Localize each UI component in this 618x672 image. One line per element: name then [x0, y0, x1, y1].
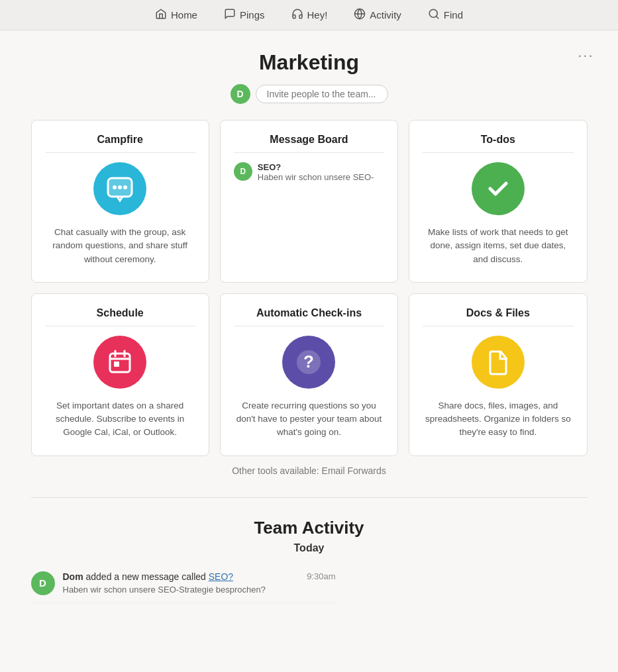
activity-body: Dom added a new message called SEO? Habe… [63, 571, 299, 596]
todos-icon-circle [472, 162, 525, 215]
card-checkins-divider [234, 326, 384, 326]
other-tools-text: Other tools available: Email Forwards [31, 465, 588, 476]
card-message-board[interactable]: Message Board D SEO? Haben wir schon uns… [220, 120, 398, 283]
card-schedule-divider [45, 326, 195, 326]
card-message-board-title: Message Board [234, 134, 384, 146]
schedule-icon-wrap [93, 336, 146, 389]
nav-activity-label: Activity [370, 9, 401, 21]
nav-hey-label: Hey! [307, 9, 328, 21]
card-docs[interactable]: Docs & Files Share docs, files, images, … [409, 293, 587, 456]
activity-action: Dom added a new message called SEO? [63, 571, 299, 582]
team-activity-section: Team Activity Today D Dom added a new me… [31, 497, 588, 603]
card-todos-title: To-dos [423, 134, 573, 146]
nav-find[interactable]: Find [425, 8, 466, 23]
nav-home-label: Home [171, 9, 197, 21]
card-schedule-title: Schedule [45, 307, 195, 319]
cards-grid: Campfire Chat casually with the group, a… [31, 120, 588, 456]
nav-hey[interactable]: Hey! [289, 8, 331, 23]
card-docs-desc: Share docs, files, images, and spreadshe… [423, 399, 573, 440]
card-message-board-divider [234, 152, 384, 153]
activity-snippet: Haben wir schon unsere SEO-Strategie bes… [63, 584, 299, 596]
nav-find-label: Find [444, 9, 463, 21]
card-campfire-divider [45, 152, 195, 153]
svg-point-8 [123, 185, 127, 189]
activity-item: D Dom added a new message called SEO? Ha… [31, 565, 336, 603]
card-checkins[interactable]: Automatic Check-ins ? Create recurring q… [220, 293, 398, 456]
campfire-icon-circle [93, 162, 146, 215]
card-checkins-title: Automatic Check-ins [234, 307, 384, 319]
message-board-preview-snippet: Haben wir schon unsere SEO- [258, 172, 374, 182]
page-title: Marketing [31, 50, 588, 75]
docs-icon-circle [472, 336, 525, 389]
more-menu-button[interactable]: ... [578, 44, 593, 61]
find-icon [428, 8, 440, 23]
hey-icon [291, 8, 303, 23]
team-activity-date: Today [31, 542, 588, 554]
invite-input[interactable] [256, 85, 388, 103]
main-content: ... Marketing D Campfire [18, 30, 601, 630]
activity-action-actor: Dom [63, 571, 83, 582]
nav-pings-label: Pings [240, 9, 265, 21]
avatar: D [231, 84, 250, 104]
activity-time: 9:30am [307, 571, 335, 581]
svg-point-6 [113, 185, 117, 189]
card-campfire-title: Campfire [45, 134, 195, 146]
svg-point-7 [118, 185, 122, 189]
top-navigation: Home Pings Hey! Activity [0, 0, 618, 30]
card-docs-title: Docs & Files [423, 307, 573, 319]
message-board-preview: D SEO? Haben wir schon unsere SEO- [234, 162, 384, 182]
svg-line-3 [436, 16, 438, 18]
card-schedule[interactable]: Schedule Set important dates on a shared… [31, 293, 209, 456]
message-board-preview-avatar: D [234, 162, 252, 181]
activity-action-text: added a new message called [86, 571, 209, 582]
svg-text:?: ? [304, 352, 315, 371]
card-todos[interactable]: To-dos Make lists of work that needs to … [409, 120, 587, 283]
schedule-icon-circle [93, 336, 146, 389]
pings-icon [224, 8, 236, 23]
svg-rect-9 [110, 354, 130, 372]
activity-icon [354, 8, 366, 23]
activity-link[interactable]: SEO? [209, 571, 233, 582]
svg-rect-13 [114, 361, 119, 367]
home-icon [155, 8, 167, 23]
message-board-preview-title: SEO? [258, 162, 374, 172]
nav-pings[interactable]: Pings [221, 8, 268, 23]
message-board-preview-text: SEO? Haben wir schon unsere SEO- [258, 162, 374, 182]
activity-avatar: D [31, 571, 55, 595]
docs-icon-wrap [472, 336, 525, 389]
campfire-icon-wrap [93, 162, 146, 215]
nav-home[interactable]: Home [152, 8, 200, 23]
nav-activity[interactable]: Activity [351, 8, 404, 23]
card-checkins-desc: Create recurring questions so you don't … [234, 399, 384, 440]
card-todos-divider [423, 152, 573, 153]
checkins-icon-circle: ? [282, 336, 335, 389]
card-campfire-desc: Chat casually with the group, ask random… [45, 226, 195, 266]
checkins-icon-wrap: ? [282, 336, 335, 389]
card-todos-desc: Make lists of work that needs to get don… [423, 226, 573, 266]
card-schedule-desc: Set important dates on a shared schedule… [45, 399, 195, 440]
card-docs-divider [423, 326, 573, 326]
todos-icon-wrap [472, 162, 525, 215]
invite-row: D [31, 84, 588, 104]
card-campfire[interactable]: Campfire Chat casually with the group, a… [31, 120, 209, 283]
team-activity-title: Team Activity [31, 518, 588, 538]
